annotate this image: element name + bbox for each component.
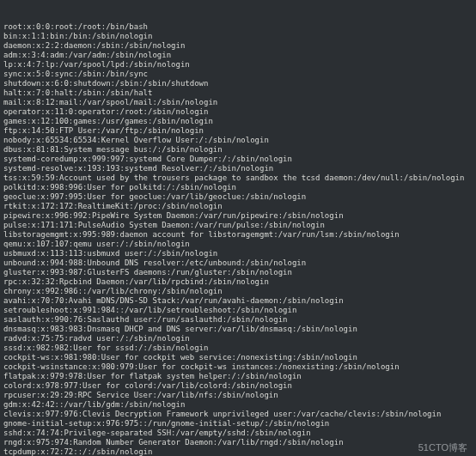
passwd-line: adm:x:3:4:adm:/var/adm:/sbin/nologin — [3, 51, 476, 60]
passwd-line: flatpak:x:979:978:User for flatpak syste… — [3, 372, 476, 381]
passwd-line: rpc:x:32:32:Rpcbind Daemon:/var/lib/rpcb… — [3, 277, 476, 287]
passwd-line: pulse:x:171:171:PulseAudio System Daemon… — [3, 221, 476, 230]
passwd-line: gluster:x:993:987:GlusterFS daemons:/run… — [3, 268, 476, 277]
passwd-line: radvd:x:75:75:radvd user:/:/sbin/nologin — [3, 334, 476, 344]
passwd-line: clevis:x:977:976:Clevis Decryption Frame… — [3, 410, 476, 419]
watermark: 51CTO博客 — [418, 443, 467, 453]
passwd-line: saslauth:x:990:76:Saslauthd user:/run/sa… — [3, 315, 476, 325]
passwd-line: gdm:x:42:42::/var/lib/gdm:/sbin/nologin — [3, 400, 476, 410]
passwd-line: rngd:x:975:974:Random Number Generator D… — [3, 438, 476, 447]
passwd-line: qemu:x:107:107:qemu user:/:/sbin/nologin — [3, 240, 476, 249]
passwd-line: avahi:x:70:70:Avahi mDNS/DNS-SD Stack:/v… — [3, 296, 476, 306]
passwd-line: setroubleshoot:x:991:984::/var/lib/setro… — [3, 306, 476, 315]
passwd-line: pipewire:x:996:992:PipeWire System Daemo… — [3, 211, 476, 221]
passwd-line: tss:x:59:59:Account used by the trousers… — [3, 173, 476, 183]
passwd-line: sshd:x:74:74:Privilege-separated SSH:/va… — [3, 429, 476, 438]
passwd-line: cockpit-ws:x:981:980:User for cockpit we… — [3, 353, 476, 362]
passwd-line: games:x:12:100:games:/usr/games:/sbin/no… — [3, 117, 476, 126]
passwd-line: tcpdump:x:72:72::/:/sbin/nologin — [3, 447, 476, 456]
passwd-line: shutdown:x:6:0:shutdown:/sbin:/sbin/shut… — [3, 79, 476, 88]
passwd-line: systemd-resolve:x:193:193:systemd Resolv… — [3, 164, 476, 173]
passwd-line: systemd-coredump:x:999:997:systemd Core … — [3, 155, 476, 164]
passwd-line: colord:x:978:977:User for colord:/var/li… — [3, 381, 476, 391]
passwd-line: sssd:x:982:982:User for sssd:/:/sbin/nol… — [3, 344, 476, 353]
passwd-line: cockpit-wsinstance:x:980:979:User for co… — [3, 362, 476, 372]
passwd-line: geoclue:x:997:995:User for geoclue:/var/… — [3, 192, 476, 202]
passwd-line: polkitd:x:998:996:User for polkitd:/:/sb… — [3, 183, 476, 192]
passwd-line: mail:x:8:12:mail:/var/spool/mail:/sbin/n… — [3, 98, 476, 107]
passwd-line: rtkit:x:172:172:RealtimeKit:/proc:/sbin/… — [3, 202, 476, 211]
passwd-line: rpcuser:x:29:29:RPC Service User:/var/li… — [3, 391, 476, 400]
passwd-line: halt:x:7:0:halt:/sbin:/sbin/halt — [3, 88, 476, 98]
passwd-line: sync:x:5:0:sync:/sbin:/bin/sync — [3, 70, 476, 79]
passwd-line: nobody:x:65534:65534:Kernel Overflow Use… — [3, 136, 476, 145]
passwd-line: operator:x:11:0:operator:/root:/sbin/nol… — [3, 107, 476, 117]
passwd-line: dnsmasq:x:983:983:Dnsmasq DHCP and DNS s… — [3, 325, 476, 334]
passwd-line: unbound:x:994:988:Unbound DNS resolver:/… — [3, 258, 476, 268]
passwd-line: root:x:0:0:root:/root:/bin/bash — [3, 22, 476, 32]
terminal-output: root:x:0:0:root:/root:/bin/bashbin:x:1:1… — [0, 0, 476, 456]
passwd-line: libstoragemgmt:x:995:989:daemon account … — [3, 230, 476, 240]
passwd-line: daemon:x:2:2:daemon:/sbin:/sbin/nologin — [3, 41, 476, 51]
passwd-line: usbmuxd:x:113:113:usbmuxd user:/:/sbin/n… — [3, 249, 476, 258]
passwd-line: dbus:x:81:81:System message bus:/:/sbin/… — [3, 145, 476, 155]
passwd-line: bin:x:1:1:bin:/bin:/sbin/nologin — [3, 32, 476, 41]
passwd-line: gnome-initial-setup:x:976:975::/run/gnom… — [3, 419, 476, 429]
passwd-line: chrony:x:992:986::/var/lib/chrony:/sbin/… — [3, 287, 476, 296]
passwd-line: lp:x:4:7:lp:/var/spool/lpd:/sbin/nologin — [3, 60, 476, 70]
passwd-line: ftp:x:14:50:FTP User:/var/ftp:/sbin/nolo… — [3, 126, 476, 136]
